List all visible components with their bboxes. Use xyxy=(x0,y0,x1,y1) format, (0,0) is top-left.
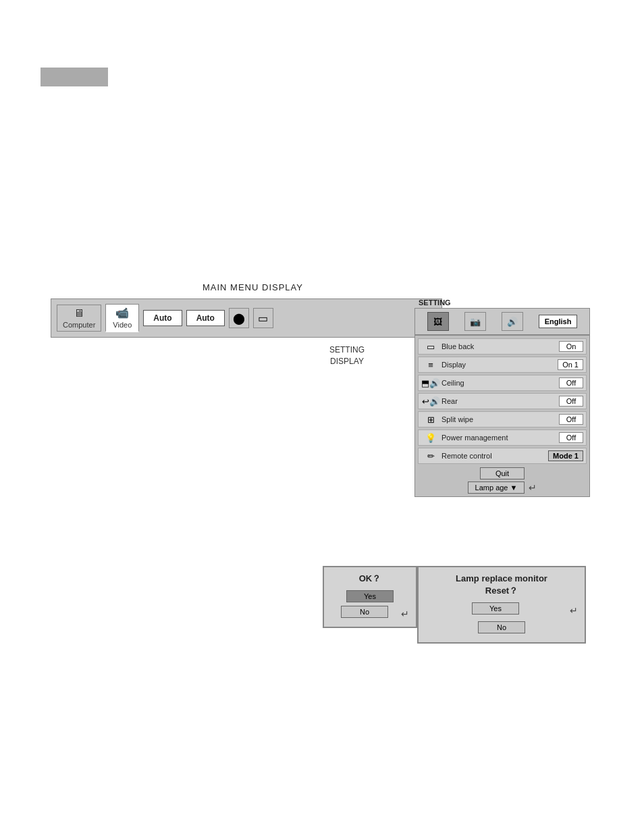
split-wipe-label: Split wipe xyxy=(440,415,559,423)
ceiling-row[interactable]: ⬒🔊 Ceiling Off xyxy=(418,375,587,391)
remote-control-value: Mode 1 xyxy=(548,450,583,461)
video-icon: 📹 xyxy=(115,307,129,319)
blue-back-icon: ▭ xyxy=(421,342,440,352)
main-menu-label: MAIN MENU DISPLAY xyxy=(203,282,303,292)
display-icon: ≡ xyxy=(421,360,440,370)
remote-control-row[interactable]: ✏ Remote control Mode 1 xyxy=(418,448,587,464)
video-tab[interactable]: 📹 Video xyxy=(105,304,139,332)
ok-no-button[interactable]: No xyxy=(341,606,388,618)
lamp-dialog-buttons: Yes ↵ xyxy=(425,602,578,618)
top-gray-bar xyxy=(41,68,108,86)
rear-row[interactable]: ↩🔊 Rear Off xyxy=(418,393,587,409)
rear-value: Off xyxy=(559,396,583,407)
setting-display-label: SETTINGDISPLAY xyxy=(329,344,365,367)
ok-dialog-title: OK？ xyxy=(331,573,409,585)
setting-panel: ▭ Blue back On ≡ Display On 1 ⬒🔊 Ceiling… xyxy=(414,335,590,497)
blue-back-value: On xyxy=(559,341,583,352)
lamp-dialog-title: Lamp replace monitorReset？ xyxy=(425,573,578,597)
blue-back-label: Blue back xyxy=(440,342,559,350)
power-mgmt-value: Off xyxy=(559,432,583,443)
power-mgmt-label: Power management xyxy=(440,434,559,442)
power-mgmt-icon: 💡 xyxy=(421,433,440,443)
split-wipe-icon: ⊞ xyxy=(421,415,440,425)
computer-tab-label: Computer xyxy=(63,321,95,329)
setting-sound-btn[interactable]: 🔊 xyxy=(502,312,523,331)
main-menu-bar: 🖥 Computer 📹 Video Auto Auto ⬤ ▭ xyxy=(51,298,442,338)
split-wipe-value: Off xyxy=(559,414,583,425)
circle-icon-btn[interactable]: ⬤ xyxy=(229,308,249,328)
display-label: Display xyxy=(440,361,558,369)
ceiling-icon: ⬒🔊 xyxy=(421,378,440,388)
setting-header: 🖼 📷 🔊 English xyxy=(414,308,590,335)
lamp-no-button[interactable]: No xyxy=(478,621,525,633)
auto-button-2[interactable]: Auto xyxy=(186,310,225,326)
computer-tab[interactable]: 🖥 Computer xyxy=(57,305,101,332)
language-button[interactable]: English xyxy=(539,315,578,328)
lamp-age-button[interactable]: Lamp age ▼ xyxy=(468,481,525,494)
lamp-dialog: Lamp replace monitorReset？ Yes ↵ No xyxy=(417,566,586,644)
remote-control-label: Remote control xyxy=(440,452,548,460)
ok-enter-arrow-icon: ↵ xyxy=(401,608,409,619)
ceiling-value: Off xyxy=(559,377,583,388)
quit-button[interactable]: Quit xyxy=(480,467,525,479)
enter-arrow-icon: ↵ xyxy=(529,482,537,493)
computer-icon: 🖥 xyxy=(74,307,84,319)
display-row[interactable]: ≡ Display On 1 xyxy=(418,357,587,373)
auto-button-1[interactable]: Auto xyxy=(143,310,182,326)
split-wipe-row[interactable]: ⊞ Split wipe Off xyxy=(418,411,587,427)
setting-img-btn[interactable]: 🖼 xyxy=(427,312,449,331)
blue-back-row[interactable]: ▭ Blue back On xyxy=(418,338,587,355)
rect-icon-btn[interactable]: ▭ xyxy=(253,308,273,328)
setting-bar-label: SETTING xyxy=(419,298,451,307)
ceiling-label: Ceiling xyxy=(440,379,559,387)
ok-dialog: OK？ Yes No ↵ xyxy=(323,566,417,628)
rear-label: Rear xyxy=(440,397,559,405)
lamp-age-row: Lamp age ▼ ↵ xyxy=(418,481,587,494)
power-mgmt-row[interactable]: 💡 Power management Off xyxy=(418,429,587,446)
display-value: On 1 xyxy=(558,359,583,370)
lamp-yes-button[interactable]: Yes xyxy=(472,602,519,615)
lamp-enter-arrow-icon: ↵ xyxy=(570,605,578,616)
ok-yes-button[interactable]: Yes xyxy=(346,590,394,602)
setting-cam-btn[interactable]: 📷 xyxy=(464,312,486,331)
video-tab-label: Video xyxy=(113,321,132,329)
rear-icon: ↩🔊 xyxy=(421,396,440,407)
remote-control-icon: ✏ xyxy=(421,451,440,461)
